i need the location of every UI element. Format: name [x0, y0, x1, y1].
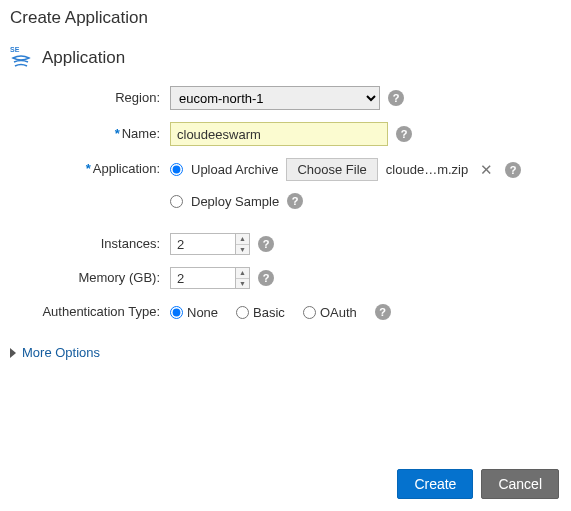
- dialog-title: Create Application: [0, 0, 571, 40]
- label-memory: Memory (GB):: [10, 267, 170, 289]
- help-icon[interactable]: ?: [258, 270, 274, 286]
- disclosure-triangle-icon: [10, 348, 16, 358]
- instances-step-up-icon[interactable]: ▲: [236, 234, 249, 245]
- more-options-toggle[interactable]: More Options: [0, 335, 571, 370]
- section-title: Application: [42, 48, 125, 68]
- name-input[interactable]: [170, 122, 388, 146]
- section-header: SE Application: [0, 40, 571, 82]
- java-icon: SE: [10, 44, 34, 72]
- cancel-button[interactable]: Cancel: [481, 469, 559, 499]
- instances-stepper[interactable]: ▲ ▼: [170, 233, 250, 255]
- svg-text:SE: SE: [10, 46, 20, 53]
- dialog-footer: Create Cancel: [397, 469, 559, 499]
- auth-radio-oauth[interactable]: [303, 306, 316, 319]
- upload-archive-radio[interactable]: [170, 163, 183, 176]
- uploaded-filename: cloude…m.zip: [386, 162, 468, 177]
- row-memory: Memory (GB): ▲ ▼ ?: [10, 267, 561, 289]
- help-icon[interactable]: ?: [388, 90, 404, 106]
- label-auth: Authentication Type:: [10, 301, 170, 323]
- deploy-sample-radio[interactable]: [170, 195, 183, 208]
- region-select[interactable]: eucom-north-1: [170, 86, 380, 110]
- label-region: Region:: [10, 87, 170, 109]
- memory-input[interactable]: [171, 268, 235, 288]
- create-button[interactable]: Create: [397, 469, 473, 499]
- more-options-label: More Options: [22, 345, 100, 360]
- choose-file-button[interactable]: Choose File: [286, 158, 377, 181]
- label-name: *Name:: [10, 123, 170, 145]
- auth-option-basic[interactable]: Basic: [236, 305, 285, 320]
- help-icon[interactable]: ?: [505, 162, 521, 178]
- auth-option-oauth[interactable]: OAuth: [303, 305, 357, 320]
- memory-step-up-icon[interactable]: ▲: [236, 268, 249, 279]
- clear-file-icon[interactable]: ✕: [476, 161, 497, 179]
- auth-label-oauth: OAuth: [320, 305, 357, 320]
- auth-label-basic: Basic: [253, 305, 285, 320]
- auth-radio-none[interactable]: [170, 306, 183, 319]
- help-icon[interactable]: ?: [396, 126, 412, 142]
- upload-archive-label: Upload Archive: [191, 162, 278, 177]
- help-icon[interactable]: ?: [258, 236, 274, 252]
- help-icon[interactable]: ?: [287, 193, 303, 209]
- deploy-sample-row: Deploy Sample ?: [170, 193, 521, 209]
- row-name: *Name: ?: [10, 122, 561, 146]
- row-region: Region: eucom-north-1 ?: [10, 86, 561, 110]
- upload-archive-row: Upload Archive Choose File cloude…m.zip …: [170, 158, 521, 181]
- row-application: *Application: Upload Archive Choose File…: [10, 158, 561, 221]
- auth-label-none: None: [187, 305, 218, 320]
- auth-option-none[interactable]: None: [170, 305, 218, 320]
- form: Region: eucom-north-1 ? *Name: ? *Applic…: [0, 82, 571, 323]
- label-instances: Instances:: [10, 233, 170, 255]
- label-application: *Application:: [10, 158, 170, 180]
- instances-input[interactable]: [171, 234, 235, 254]
- help-icon[interactable]: ?: [375, 304, 391, 320]
- deploy-sample-label: Deploy Sample: [191, 194, 279, 209]
- instances-step-down-icon[interactable]: ▼: [236, 245, 249, 255]
- memory-step-down-icon[interactable]: ▼: [236, 279, 249, 289]
- row-instances: Instances: ▲ ▼ ?: [10, 233, 561, 255]
- row-auth: Authentication Type: None Basic OAuth ?: [10, 301, 561, 323]
- auth-radio-basic[interactable]: [236, 306, 249, 319]
- memory-stepper[interactable]: ▲ ▼: [170, 267, 250, 289]
